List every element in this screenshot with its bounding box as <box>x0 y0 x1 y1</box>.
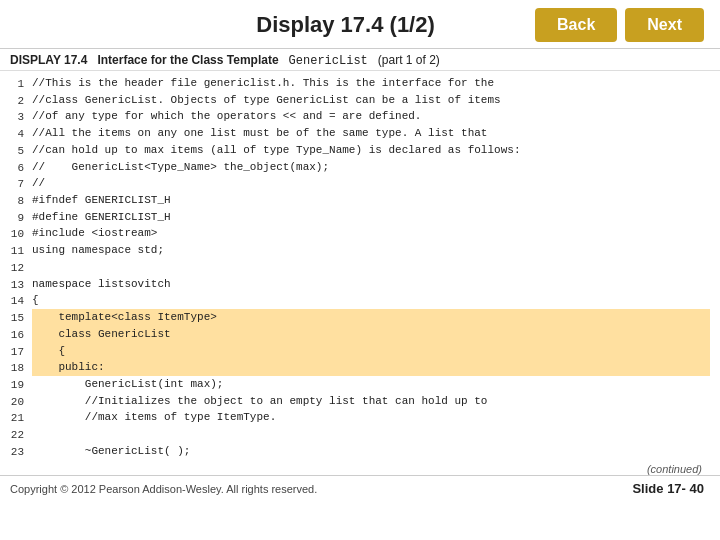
line-number: 7 <box>17 176 24 193</box>
code-line: GenericList(int max); <box>32 378 223 390</box>
code-line: #define GENERICLIST_H <box>32 211 171 223</box>
code-line: // GenericList<Type_Name> the_object(max… <box>32 161 329 173</box>
display-suffix: (part 1 of 2) <box>378 53 440 67</box>
line-number: 1 <box>17 76 24 93</box>
footer: Copyright © 2012 Pearson Addison-Wesley.… <box>0 475 720 500</box>
line-number: 19 <box>11 377 24 394</box>
back-button[interactable]: Back <box>535 8 617 42</box>
nav-buttons: Back Next <box>535 8 704 42</box>
code-line: class GenericList <box>32 326 710 343</box>
code-line: #include <iostream> <box>32 227 157 239</box>
display-prefix: DISPLAY 17.4 <box>10 53 87 67</box>
code-line: //max items of type ItemType. <box>32 411 276 423</box>
code-line: // <box>32 177 45 189</box>
code-line: //class GenericList. Objects of type Gen… <box>32 94 501 106</box>
continued-text: (continued) <box>647 463 702 475</box>
code-line: //can hold up to max items (all of type … <box>32 144 520 156</box>
line-number: 11 <box>11 243 24 260</box>
line-number: 21 <box>11 410 24 427</box>
line-number: 16 <box>11 327 24 344</box>
line-number: 13 <box>11 277 24 294</box>
code-line: public: <box>32 359 710 376</box>
line-numbers: 1234567891011121314151617181920212223242… <box>4 75 32 457</box>
code-block: //This is the header file genericlist.h.… <box>32 75 710 457</box>
code-line: //of any type for which the operators <<… <box>32 110 421 122</box>
code-line: //This is the header file genericlist.h.… <box>32 77 494 89</box>
line-number: 14 <box>11 293 24 310</box>
next-button[interactable]: Next <box>625 8 704 42</box>
code-line: { <box>32 294 39 306</box>
code-line: #ifndef GENERICLIST_H <box>32 194 171 206</box>
code-line: ~GenericList( ); <box>32 445 190 457</box>
display-code-name: GenericList <box>289 54 368 68</box>
line-number: 8 <box>17 193 24 210</box>
line-number: 17 <box>11 344 24 361</box>
line-number: 6 <box>17 160 24 177</box>
code-line: //Initializes the object to an empty lis… <box>32 395 487 407</box>
line-number: 22 <box>11 427 24 444</box>
footer-slide: Slide 17- 40 <box>632 481 704 496</box>
line-number: 9 <box>17 210 24 227</box>
line-number: 18 <box>11 360 24 377</box>
display-bold-text: Interface for the Class Template <box>97 53 278 67</box>
code-line: { <box>32 343 710 360</box>
page-title: Display 17.4 (1/2) <box>156 12 535 38</box>
header: Display 17.4 (1/2) Back Next <box>0 0 720 49</box>
code-line: template<class ItemType> <box>32 309 710 326</box>
line-number: 5 <box>17 143 24 160</box>
footer-copyright: Copyright © 2012 Pearson Addison-Wesley.… <box>10 483 317 495</box>
continued-row: (continued) <box>0 461 720 475</box>
display-label-row: DISPLAY 17.4 Interface for the Class Tem… <box>0 49 720 71</box>
code-line: //All the items on any one list must be … <box>32 127 487 139</box>
code-line: using namespace std; <box>32 244 164 256</box>
line-number: 2 <box>17 93 24 110</box>
line-number: 23 <box>11 444 24 461</box>
line-number: 4 <box>17 126 24 143</box>
line-number: 10 <box>11 226 24 243</box>
line-number: 3 <box>17 109 24 126</box>
line-number: 12 <box>11 260 24 277</box>
code-container: 1234567891011121314151617181920212223242… <box>0 71 720 461</box>
line-number: 15 <box>11 310 24 327</box>
line-number: 20 <box>11 394 24 411</box>
code-line: namespace listsovitch <box>32 278 171 290</box>
